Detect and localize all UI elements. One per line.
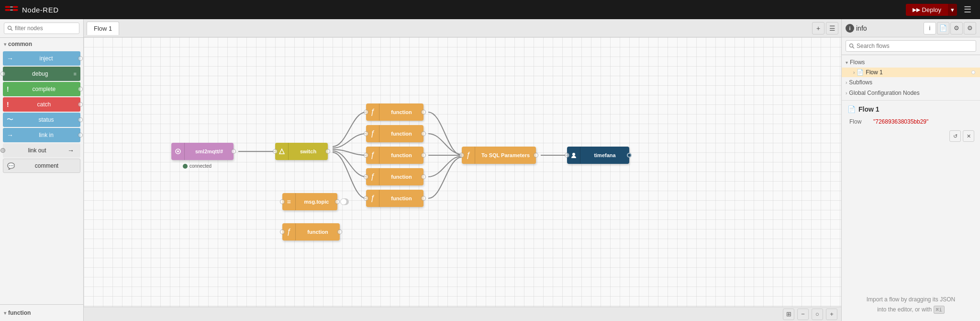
- canvas-node-msgtopic[interactable]: ≡ msg.topic: [282, 193, 337, 210]
- info-search-input[interactable]: [846, 40, 976, 52]
- canvas-node-fn5[interactable]: ƒ function: [366, 190, 423, 207]
- topbar-right: ▶▶ Deploy ▾ ☰: [906, 2, 975, 17]
- node-catch[interactable]: ! catch: [3, 97, 80, 112]
- info-tab-icon: i: [846, 24, 854, 33]
- tree-flows-section[interactable]: ▾ Flows: [842, 57, 980, 68]
- main-layout: ▾ common → inject debug ≡ ! complete: [0, 19, 980, 321]
- tree-flow1-label: Flow 1: [866, 69, 969, 76]
- info-tab-label[interactable]: i info: [846, 24, 867, 33]
- tree-flow1-item[interactable]: › 📄 Flow 1: [842, 68, 980, 77]
- complete-icon: !: [7, 85, 9, 93]
- link-out-label: link out: [7, 147, 67, 154]
- canvas-node-tosql[interactable]: ƒ To SQL Parameters: [462, 147, 536, 164]
- app-title: Node-RED: [22, 6, 59, 14]
- category-common[interactable]: ▾ common: [0, 38, 83, 50]
- info-tree: ▾ Flows › 📄 Flow 1 › Subflows › Global C…: [842, 55, 980, 101]
- svg-rect-3: [13, 9, 18, 11]
- detail-row: Flow "726893638035bb29": [847, 117, 974, 126]
- fn3-label: function: [379, 152, 423, 158]
- svg-point-9: [572, 153, 575, 156]
- sml2mqtt-badge: connected: [183, 163, 212, 169]
- detail-icon: 📄: [847, 105, 856, 113]
- fn3-port-left: [364, 153, 368, 158]
- tree-flow1-dot: [971, 70, 975, 74]
- detail-refresh-button[interactable]: ↺: [949, 130, 961, 142]
- canvas-node-switch[interactable]: switch: [275, 143, 328, 160]
- msgtopic-port-right: [335, 199, 340, 204]
- flow-canvas[interactable]: sml2mqtt/# connected switch ƒ functio: [84, 37, 841, 307]
- detail-row-label: Flow: [847, 117, 871, 126]
- complete-label: complete: [11, 86, 77, 92]
- tree-subflows-section[interactable]: › Subflows: [842, 77, 980, 88]
- menu-button[interactable]: ☰: [960, 2, 975, 17]
- tab-list-button[interactable]: ☰: [826, 22, 838, 34]
- node-comment[interactable]: 💬 comment: [3, 159, 80, 173]
- comment-icon: 💬: [7, 162, 15, 170]
- canvas-area: Flow 1 + ☰: [84, 19, 841, 321]
- debug-label: debug: [7, 70, 74, 77]
- tab-add-button[interactable]: +: [812, 22, 824, 34]
- timefana-port-right: [627, 153, 632, 158]
- canvas-node-fn2[interactable]: ƒ function: [366, 125, 423, 142]
- canvas-node-fn3[interactable]: ƒ function: [366, 147, 423, 164]
- filter-nodes-input[interactable]: [4, 23, 79, 34]
- svg-rect-2: [13, 6, 18, 8]
- tree-flows-label: Flows: [850, 59, 865, 66]
- fn5-port-left: [364, 196, 368, 201]
- debug-menu-icon: ≡: [74, 71, 77, 77]
- info-tab-settings-btn[interactable]: ⚙: [964, 22, 976, 34]
- fn4-label: function: [379, 174, 423, 180]
- sml2mqtt-label: sml2mqtt/#: [185, 149, 234, 154]
- link-in-label: link in: [16, 132, 77, 138]
- deploy-dropdown-button[interactable]: ▾: [948, 4, 957, 16]
- canvas-bottom-bar: ⊞ − ○ +: [84, 307, 841, 321]
- node-status[interactable]: 〜 status: [3, 113, 80, 127]
- canvas-node-fn1[interactable]: ƒ function: [366, 103, 423, 121]
- comment-label: comment: [17, 162, 76, 169]
- catch-port-right: [78, 102, 83, 107]
- node-inject[interactable]: → inject: [3, 51, 80, 66]
- debug-port-left: [0, 71, 5, 76]
- canvas-fit-button[interactable]: ○: [812, 309, 823, 320]
- switch-label: switch: [289, 149, 328, 154]
- svg-rect-1: [5, 9, 10, 11]
- node-link-out[interactable]: link out →: [3, 143, 80, 158]
- detail-actions: ↺ ✕: [847, 130, 974, 142]
- logo-icon: [5, 5, 18, 14]
- category-function[interactable]: ▾ function: [4, 308, 79, 318]
- nodes-list: ▾ common → inject debug ≡ ! complete: [0, 38, 83, 304]
- canvas-zoom-out-button[interactable]: −: [797, 309, 809, 320]
- node-link-in[interactable]: → link in: [3, 128, 80, 142]
- info-tab-doc-btn[interactable]: 📄: [937, 22, 949, 34]
- canvas-node-fn4[interactable]: ƒ function: [366, 168, 423, 185]
- canvas-node-fn6[interactable]: ƒ function: [282, 223, 340, 241]
- msgtopic-toggle: [340, 198, 349, 205]
- link-out-icon: →: [67, 147, 74, 154]
- info-detail: 📄 Flow 1 Flow "726893638035bb29" ↺ ✕: [842, 101, 980, 289]
- status-port-right: [78, 117, 83, 122]
- canvas-node-sml2mqtt[interactable]: sml2mqtt/# connected: [171, 143, 234, 160]
- tree-subflows-arrow: ›: [846, 80, 847, 85]
- canvas-zoom-in-button[interactable]: +: [826, 309, 837, 320]
- detail-row-value: "726893638035bb29": [871, 117, 974, 126]
- info-tab-config-btn[interactable]: ⚙: [950, 22, 963, 34]
- deploy-button[interactable]: ▶▶ Deploy: [906, 4, 948, 16]
- tosql-port-right: [534, 153, 538, 158]
- tosql-port-left: [459, 153, 464, 158]
- info-import-shortcut: ⌘i: [934, 306, 945, 314]
- canvas-node-timefana[interactable]: timefana: [567, 147, 629, 164]
- tree-global-config-section[interactable]: › Global Configuration Nodes: [842, 88, 980, 98]
- catch-icon: !: [7, 101, 9, 108]
- link-out-port-left: [0, 148, 5, 153]
- info-tab-info-btn[interactable]: i: [924, 22, 936, 34]
- tree-flow1-icon: 📄: [857, 69, 864, 76]
- category-common-arrow: ▾: [4, 42, 6, 47]
- node-debug[interactable]: debug ≡: [3, 67, 80, 81]
- canvas-view-button[interactable]: ⊞: [783, 309, 794, 320]
- fn4-port-right: [421, 174, 426, 179]
- flow-tab-1[interactable]: Flow 1: [87, 22, 119, 35]
- fn6-port-right: [337, 229, 342, 234]
- node-complete[interactable]: ! complete: [3, 82, 80, 96]
- detail-table: Flow "726893638035bb29": [847, 117, 974, 126]
- detail-close-button[interactable]: ✕: [963, 130, 974, 142]
